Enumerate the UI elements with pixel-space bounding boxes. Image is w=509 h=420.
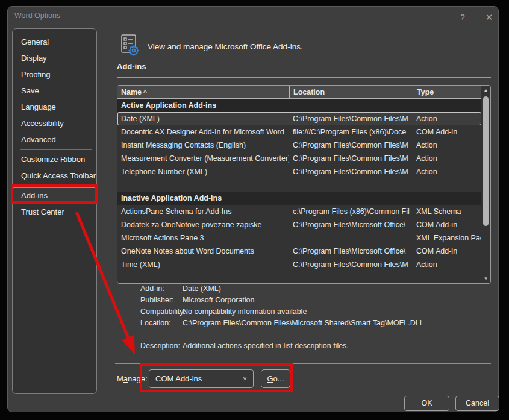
- sidebar-item-language[interactable]: Language: [13, 99, 96, 115]
- go-button[interactable]: Go...: [261, 369, 290, 388]
- cell-type: COM Add-in: [413, 245, 481, 258]
- sidebar-item-proofing[interactable]: Proofing: [13, 66, 96, 83]
- column-header-name[interactable]: Name^: [117, 86, 289, 98]
- cell-type: Action: [413, 112, 481, 125]
- detail-label: Add-in:: [140, 284, 183, 293]
- cell-location: C:\Program Files\Common Files\M: [289, 112, 413, 125]
- cell-location: file:///C:\Program Files (x86)\Doce: [289, 125, 413, 139]
- sidebar-item-general[interactable]: General: [13, 34, 96, 50]
- section-divider: [117, 77, 491, 78]
- cell-location: C:\Program Files\Microsoft Office\: [289, 218, 413, 231]
- detail-label: Publisher:: [140, 296, 183, 304]
- close-icon[interactable]: ✕: [481, 11, 497, 24]
- cell-name: Microsoft Actions Pane 3: [117, 231, 289, 245]
- manage-divider: [115, 363, 491, 364]
- table-row[interactable]: Dodatek za OneNotove povezane zapiskeC:\…: [117, 218, 481, 231]
- detail-label: Compatibility:: [140, 307, 183, 316]
- cell-name: Docentric AX Designer Add-In for Microso…: [117, 125, 289, 139]
- cell-location: C:\Program Files\Common Files\M: [289, 139, 413, 152]
- table-row[interactable]: Instant Messaging Contacts (English)C:\P…: [117, 139, 481, 152]
- detail-value: Microsoft Corporation: [183, 296, 424, 304]
- cell-name: Dodatek za OneNotove povezane zapiske: [117, 218, 289, 231]
- cell-location: c:\Program Files (x86)\Common Fil: [289, 205, 413, 218]
- cell-type: COM Add-in: [413, 125, 481, 139]
- sidebar: GeneralDisplayProofingSaveLanguageAccess…: [12, 28, 97, 394]
- cell-name: Instant Messaging Contacts (English): [117, 139, 289, 152]
- cell-location: C:\Program Files\Common Files\M: [289, 258, 413, 271]
- sidebar-item-add-ins[interactable]: Add-ins: [13, 187, 96, 204]
- details-gap: [140, 330, 424, 339]
- detail-value: C:\Program Files\Common Files\Microsoft …: [183, 319, 424, 327]
- cell-location: C:\Program Files\Common Files\M: [289, 165, 413, 178]
- scroll-down-icon[interactable]: ▼: [481, 276, 490, 281]
- column-header-type[interactable]: Type: [413, 86, 481, 98]
- cell-type: XML Expansion Pack: [413, 231, 481, 245]
- cell-name: OneNote Notes about Word Documents: [117, 245, 289, 258]
- manage-label: Manage:: [117, 369, 148, 388]
- manage-dropdown-value: COM Add-ins: [155, 374, 202, 383]
- scroll-up-icon[interactable]: ▲: [481, 87, 490, 93]
- group-header-label: Inactive Application Add-ins: [117, 192, 289, 205]
- detail-value: Date (XML): [183, 284, 424, 293]
- cell-type: Action: [413, 152, 481, 165]
- word-options-dialog: Word Options ? ✕ GeneralDisplayProofingS…: [7, 6, 499, 412]
- cell-type: COM Add-in: [413, 218, 481, 231]
- cell-name: Date (XML): [117, 112, 289, 125]
- cell-type: Action: [413, 258, 481, 271]
- table-row[interactable]: Telephone Number (XML)C:\Program Files\C…: [117, 165, 481, 178]
- table-row[interactable]: Measurement Converter (Measurement Conve…: [117, 152, 481, 165]
- cell-location: C:\Program Files\Common Files\M: [289, 152, 413, 165]
- addins-section-label: Add-ins: [117, 62, 146, 71]
- window-title: Word Options: [14, 11, 60, 20]
- table-row[interactable]: Date (XML)C:\Program Files\Common Files\…: [117, 112, 481, 125]
- scrollbar-thumb[interactable]: [483, 96, 489, 226]
- sidebar-item-customize-ribbon[interactable]: Customize Ribbon: [13, 151, 96, 168]
- sidebar-item-advanced[interactable]: Advanced: [13, 131, 96, 148]
- table-row[interactable]: Time (XML)C:\Program Files\Common Files\…: [117, 258, 481, 271]
- addins-table: Name^ Location Type Active Application A…: [117, 85, 491, 284]
- sidebar-item-display[interactable]: Display: [13, 50, 96, 66]
- detail-value: No compatibility information available: [183, 307, 424, 316]
- sidebar-item-save[interactable]: Save: [13, 83, 96, 99]
- table-scrollbar[interactable]: ▲ ▼: [481, 86, 490, 283]
- help-icon[interactable]: ?: [455, 11, 470, 24]
- table-header-row: Name^ Location Type: [117, 86, 481, 99]
- detail-label: Location:: [140, 319, 183, 327]
- detail-label: Description:: [140, 342, 183, 350]
- column-header-location[interactable]: Location: [289, 86, 413, 98]
- cancel-button[interactable]: Cancel: [455, 396, 499, 411]
- cell-name: Telephone Number (XML): [117, 165, 289, 178]
- cell-location: C:\Program Files\Microsoft Office\: [289, 245, 413, 258]
- page-header: View and manage Microsoft Office Add-ins…: [118, 33, 303, 60]
- cell-name: Measurement Converter (Measurement Conve…: [117, 152, 289, 165]
- table-row[interactable]: ActionsPane Schema for Add-Insc:\Program…: [117, 205, 481, 218]
- table-row[interactable]: OneNote Notes about Word DocumentsC:\Pro…: [117, 245, 481, 258]
- cell-type: Action: [413, 139, 481, 152]
- detail-value: Additional actions specified in list des…: [183, 342, 424, 350]
- ok-button[interactable]: OK: [404, 396, 449, 411]
- cell-name: ActionsPane Schema for Add-Ins: [117, 205, 289, 218]
- sidebar-divider: [20, 149, 92, 150]
- addin-details: Add-in:Date (XML)Publisher:Microsoft Cor…: [140, 284, 424, 350]
- cell-type: XML Schema: [413, 205, 481, 218]
- group-header-row: Inactive Application Add-ins: [117, 192, 481, 205]
- group-header-row: Active Application Add-ins: [117, 99, 481, 112]
- cell-type: Action: [413, 165, 481, 178]
- sort-ascending-icon: ^: [143, 89, 147, 96]
- addins-list-gear-icon: [118, 33, 141, 60]
- table-row[interactable]: Microsoft Actions Pane 3XML Expansion Pa…: [117, 231, 481, 245]
- cell-location: [289, 231, 413, 245]
- page-description: View and manage Microsoft Office Add-ins…: [148, 42, 303, 51]
- table-spacer-row: [117, 178, 490, 192]
- sidebar-item-accessibility[interactable]: Accessibility: [13, 115, 96, 131]
- table-row[interactable]: Docentric AX Designer Add-In for Microso…: [117, 125, 481, 139]
- sidebar-item-quick-access-toolbar[interactable]: Quick Access Toolbar: [13, 168, 96, 184]
- sidebar-item-trust-center[interactable]: Trust Center: [13, 204, 96, 220]
- chevron-down-icon: ˅: [243, 375, 247, 383]
- group-header-label: Active Application Add-ins: [117, 99, 289, 112]
- cell-name: Time (XML): [117, 258, 289, 271]
- manage-dropdown[interactable]: COM Add-ins ˅: [149, 369, 254, 388]
